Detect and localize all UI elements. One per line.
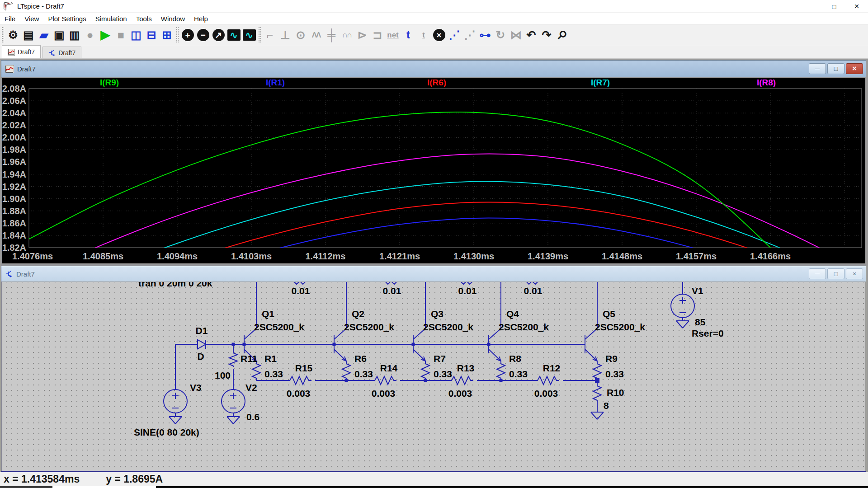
label-net-icon[interactable]: ⊙: [293, 27, 308, 43]
menu-item-file[interactable]: File: [0, 13, 20, 24]
junction-dot: [345, 379, 348, 382]
run-icon[interactable]: ▶: [98, 27, 113, 43]
autorange-y-icon[interactable]: ∿: [226, 27, 241, 43]
save-icon[interactable]: ▣: [52, 27, 67, 43]
copy-icon[interactable]: ⋰: [447, 27, 462, 43]
drag-icon[interactable]: ↻: [493, 27, 508, 43]
schematic-close-button[interactable]: ×: [846, 268, 863, 279]
menu-item-simulation[interactable]: Simulation: [91, 13, 132, 24]
schematic-label: Q2: [352, 309, 364, 319]
mirror-icon[interactable]: ⋈: [508, 27, 524, 43]
schematic-label: 0.003: [448, 388, 472, 399]
trace-ir8: [29, 154, 866, 264]
zoom-extents-icon-glyph: ↗: [212, 29, 225, 41]
tile-horizontal-icon[interactable]: ⊟: [144, 27, 159, 43]
redo-icon[interactable]: ↷: [539, 27, 554, 43]
paste-icon[interactable]: ⊶: [477, 27, 493, 43]
tile-vertical-icon[interactable]: ◫: [128, 27, 144, 43]
new-schematic-icon[interactable]: ▤: [21, 27, 36, 43]
find-icon[interactable]: ⋰: [462, 27, 477, 43]
legend-item-ir8[interactable]: I(R8): [757, 78, 776, 87]
plot-window-titlebar[interactable]: Draft7 ─ □ ×: [1, 61, 866, 77]
undo-icon[interactable]: ↶: [524, 27, 539, 43]
x-tick-label: 1.4076ms: [12, 251, 53, 261]
cut-icon-glyph: ×: [433, 29, 445, 41]
plot-close-button[interactable]: ×: [846, 63, 863, 74]
plot-minimize-button[interactable]: ─: [809, 63, 826, 74]
spice-directive-icon[interactable]: t: [416, 27, 431, 43]
schematic-label: 100: [215, 370, 231, 380]
drag-icon-glyph: ↻: [496, 29, 505, 41]
legend-item-ir1[interactable]: I(R1): [266, 78, 285, 87]
junction-dot: [487, 343, 491, 346]
zoom-extents-icon[interactable]: ↗: [211, 27, 226, 43]
legend-item-ir6[interactable]: I(R6): [427, 78, 446, 87]
capacitor-icon[interactable]: ╪: [324, 27, 339, 43]
ground-icon-glyph: ⊥: [280, 29, 290, 41]
x-axis-labels: 1.4076ms1.4085ms1.4094ms1.4103ms1.4112ms…: [12, 251, 791, 261]
zoom-in-icon[interactable]: +: [180, 27, 195, 43]
y-tick-label: 2.06A: [2, 96, 26, 106]
schematic-minimize-button[interactable]: ─: [809, 268, 826, 279]
schematic-label: R9: [605, 353, 618, 364]
diode-icon-glyph: ⊳: [358, 29, 367, 41]
legend-item-ir7[interactable]: I(R7): [591, 78, 610, 87]
schematic-window-icon: [5, 270, 13, 278]
resistor-icon[interactable]: ΛΛ: [308, 27, 324, 43]
component-icon[interactable]: ⊐: [370, 27, 385, 43]
trace-ir7: [29, 182, 866, 264]
waveform-plot[interactable]: 2.08A2.06A2.04A2.02A2.00A1.98A1.96A1.94A…: [2, 78, 866, 264]
junction-dot: [500, 379, 503, 382]
schematic-window-titlebar[interactable]: Draft7 ─ □ ×: [1, 266, 866, 282]
x-tick-label: 1.4148ms: [602, 251, 642, 261]
search-icon[interactable]: ⚲: [554, 27, 570, 43]
open-icon[interactable]: ▰: [36, 27, 52, 43]
y-tick-label: 1.90A: [2, 194, 26, 204]
app-minimize-button[interactable]: ─: [800, 0, 823, 13]
text-icon[interactable]: t: [401, 27, 416, 43]
print-icon[interactable]: ▥: [67, 27, 82, 43]
net-name-icon[interactable]: net: [385, 27, 401, 43]
ground-icon[interactable]: ⊥: [278, 27, 293, 43]
schematic-label: 0.003: [372, 388, 396, 399]
inductor-icon[interactable]: ∩∩: [339, 27, 354, 43]
schematic-label: 8: [604, 400, 609, 411]
diode-icon[interactable]: ⊳: [354, 27, 370, 43]
zoom-out-icon[interactable]: −: [195, 27, 211, 43]
wire-icon[interactable]: ⌐: [262, 27, 278, 43]
plot-canvas[interactable]: 2.08A2.06A2.04A2.02A2.00A1.98A1.96A1.94A…: [2, 78, 865, 263]
resistor-r11: [229, 352, 237, 367]
control-panel-icon[interactable]: ⚙: [5, 27, 21, 43]
schematic-label: 0.6: [246, 412, 259, 422]
waveform-settings-icon-glyph: ∿: [243, 29, 256, 41]
menu-item-tools[interactable]: Tools: [132, 13, 156, 24]
schematic-label: R12: [543, 363, 561, 373]
stop-icon[interactable]: ●: [82, 27, 98, 43]
tab-label: Draft7: [18, 48, 35, 56]
tab-schematic-draft7[interactable]: Draft7: [42, 47, 81, 58]
app-close-button[interactable]: ×: [845, 0, 868, 13]
schematic-label: 85: [695, 317, 706, 327]
cut-icon[interactable]: ×: [431, 27, 447, 43]
menu-item-plot-settings[interactable]: Plot Settings: [43, 13, 90, 24]
schematic-drawing[interactable]: Q1Q2Q3Q4Q52SC5200_k2SC5200_k2SC5200_k2SC…: [2, 282, 865, 471]
menu-item-help[interactable]: Help: [189, 13, 212, 24]
resistor-r10: [591, 380, 604, 419]
menu-item-window[interactable]: Window: [156, 13, 189, 24]
schematic-label: 0.01: [524, 286, 542, 296]
app-maximize-button[interactable]: □: [823, 0, 845, 13]
halt-icon[interactable]: ■: [113, 27, 128, 43]
waveform-settings-icon[interactable]: ∿: [241, 27, 257, 43]
y-tick-label: 1.86A: [2, 218, 26, 228]
tab-plot-draft7[interactable]: Draft7: [2, 45, 41, 58]
cascade-windows-icon[interactable]: ⊞: [159, 27, 175, 43]
schematic-label: 0.33: [434, 369, 452, 379]
schematic-maximize-button[interactable]: □: [827, 268, 844, 279]
stop-icon-glyph: ●: [86, 29, 93, 41]
net-name-icon-glyph: net: [387, 31, 399, 39]
junction-dot: [333, 343, 336, 346]
legend-item-ir9[interactable]: I(R9): [100, 78, 119, 87]
schematic-canvas[interactable]: Q1Q2Q3Q4Q52SC5200_k2SC5200_k2SC5200_k2SC…: [2, 282, 865, 471]
menu-item-view[interactable]: View: [20, 13, 43, 24]
plot-maximize-button[interactable]: □: [827, 63, 844, 74]
